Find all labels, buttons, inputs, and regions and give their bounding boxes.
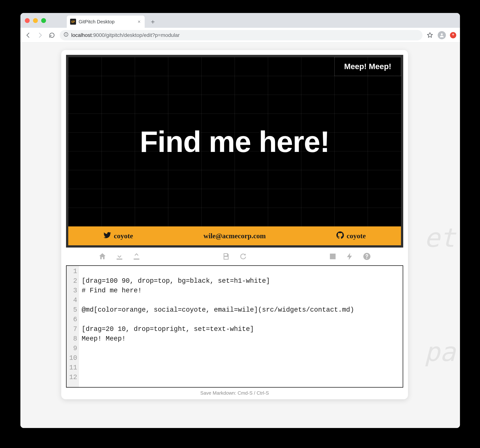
browser-titlebar: GP GitPitch Desktop xyxy=(20,13,460,28)
toolbar-home-button[interactable] xyxy=(98,252,107,261)
browser-right-controls xyxy=(426,31,456,39)
line-number: 5 xyxy=(69,305,77,315)
save-icon xyxy=(222,252,230,261)
browser-window: GP GitPitch Desktop xyxy=(20,13,460,428)
toolbar-refresh-button[interactable] xyxy=(238,252,248,261)
image-icon xyxy=(328,252,337,261)
code-line[interactable]: [drag=20 10, drop=topright, set=text-whi… xyxy=(82,324,400,334)
markdown-editor[interactable]: 123456789101112 [drag=100 90, drop=top, … xyxy=(66,265,403,388)
page-content: et pa nam d( Find me here! Meep! Meep! xyxy=(20,43,460,428)
code-line[interactable]: [drag=100 90, drop=top, bg=black, set=h1… xyxy=(82,276,400,286)
toolbar-help-button[interactable] xyxy=(362,252,372,261)
nav-reload-button[interactable] xyxy=(48,31,56,39)
nav-forward-button[interactable] xyxy=(36,31,44,39)
gitpitch-app-card: Find me here! Meep! Meep! coyote xyxy=(61,50,408,399)
slide-canvas: Find me here! Meep! Meep! coyote xyxy=(68,57,401,245)
toolbar-bolt-button[interactable] xyxy=(345,252,355,261)
slide-contact-bar: coyote wile@acmecorp.com coyote xyxy=(68,226,401,245)
bolt-icon xyxy=(346,252,354,261)
app-toolbar xyxy=(66,248,403,265)
tab-favicon: GP xyxy=(70,19,76,25)
toolbar-download-button[interactable] xyxy=(115,252,124,261)
window-controls xyxy=(25,18,46,23)
line-number: 4 xyxy=(69,296,77,305)
slide-topright-text: Meep! Meep! xyxy=(344,62,391,71)
tab-close-button[interactable] xyxy=(137,20,141,24)
tab-strip: GP GitPitch Desktop xyxy=(67,13,157,28)
address-bar[interactable]: localhost:9000/gitpitch/desktop/edit?p=m… xyxy=(60,30,423,40)
url-host: localhost:9000/gitpitch/desktop/edit?p=m… xyxy=(71,32,180,38)
window-maximize[interactable] xyxy=(41,18,46,23)
github-icon xyxy=(336,231,344,241)
code-line[interactable] xyxy=(82,296,400,305)
refresh-icon xyxy=(239,252,247,261)
contact-email: wile@acmecorp.com xyxy=(204,232,266,240)
background-watermark: et pa nam d( xyxy=(424,209,460,428)
toolbar-save-button[interactable] xyxy=(221,252,231,261)
download-icon xyxy=(115,252,124,261)
app-stage: GP GitPitch Desktop xyxy=(0,0,480,448)
code-line[interactable] xyxy=(82,353,400,363)
extension-icon[interactable] xyxy=(450,32,456,38)
line-number: 9 xyxy=(69,344,77,353)
svg-point-1 xyxy=(66,33,66,34)
window-close[interactable] xyxy=(25,18,30,23)
contact-github-handle: coyote xyxy=(347,232,366,240)
slide-preview: Find me here! Meep! Meep! coyote xyxy=(66,55,403,248)
profile-avatar-icon[interactable] xyxy=(438,31,446,39)
window-minimize[interactable] xyxy=(33,18,38,23)
code-line[interactable] xyxy=(82,363,400,372)
browser-toolbar: localhost:9000/gitpitch/desktop/edit?p=m… xyxy=(20,28,460,43)
code-line[interactable] xyxy=(82,372,400,382)
help-icon xyxy=(363,252,371,261)
svg-point-5 xyxy=(366,258,367,259)
tab-title: GitPitch Desktop xyxy=(79,19,115,25)
new-tab-button[interactable] xyxy=(148,17,157,26)
upload-icon xyxy=(132,252,141,261)
line-number: 1 xyxy=(69,267,77,276)
home-icon xyxy=(98,252,107,261)
twitter-icon xyxy=(104,231,111,241)
slide-heading-region: Find me here! xyxy=(68,57,401,226)
line-number: 6 xyxy=(69,315,77,324)
code-line[interactable]: # Find me here! xyxy=(82,286,400,296)
arrow-up-icon xyxy=(452,33,455,37)
code-line[interactable] xyxy=(82,267,400,276)
svg-rect-2 xyxy=(66,34,66,35)
toolbar-upload-button[interactable] xyxy=(132,252,141,261)
line-number: 3 xyxy=(69,286,77,296)
contact-github: coyote xyxy=(336,231,366,241)
bookmark-star-icon[interactable] xyxy=(426,32,434,39)
slide-heading-text: Find me here! xyxy=(140,125,329,159)
code-line[interactable]: @md[color=orange, social=coyote, email=w… xyxy=(82,305,400,315)
line-number: 8 xyxy=(69,334,77,344)
contact-email-text: wile@acmecorp.com xyxy=(204,232,266,240)
toolbar-image-button[interactable] xyxy=(328,252,338,261)
line-number: 2 xyxy=(69,276,77,286)
code-line[interactable]: Meep! Meep! xyxy=(82,334,400,344)
contact-twitter: coyote xyxy=(104,231,133,241)
contact-twitter-handle: coyote xyxy=(114,232,133,240)
line-number: 7 xyxy=(69,324,77,334)
footer-hint: Save Markdown: Cmd-S / Ctrl-S xyxy=(66,388,403,397)
editor-code[interactable]: [drag=100 90, drop=top, bg=black, set=h1… xyxy=(79,266,403,387)
editor-gutter: 123456789101112 xyxy=(67,266,79,387)
site-info-icon[interactable] xyxy=(64,32,69,38)
browser-tab-active[interactable]: GP GitPitch Desktop xyxy=(67,16,145,28)
code-line[interactable] xyxy=(82,344,400,353)
svg-point-3 xyxy=(441,33,443,35)
line-number: 11 xyxy=(69,363,77,372)
nav-back-button[interactable] xyxy=(24,31,32,39)
slide-topright-region: Meep! Meep! xyxy=(334,57,401,76)
line-number: 12 xyxy=(69,372,77,382)
code-line[interactable] xyxy=(82,315,400,324)
line-number: 10 xyxy=(69,353,77,363)
